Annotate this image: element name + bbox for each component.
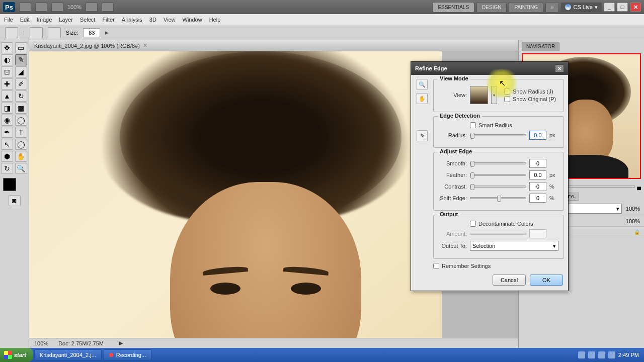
bridge-icon[interactable] <box>19 3 31 12</box>
status-arrow-icon[interactable]: ▶ <box>119 340 123 346</box>
refine-brush-icon[interactable]: ✎ <box>417 130 428 141</box>
taskbar-item-recording[interactable]: Recording... <box>104 349 151 360</box>
marquee-tool[interactable]: ▭ <box>15 42 27 53</box>
decontaminate-checkbox[interactable] <box>470 221 476 227</box>
zoom-display[interactable]: 100% <box>67 4 82 10</box>
canvas[interactable] <box>29 51 442 338</box>
menu-edit[interactable]: Edit <box>20 17 30 23</box>
minibridge-icon[interactable] <box>35 3 47 12</box>
menu-filter[interactable]: Filter <box>102 17 114 23</box>
quick-select-tool[interactable]: ✎ <box>15 54 27 65</box>
type-tool[interactable]: T <box>15 127 27 138</box>
shape-tool[interactable]: ◯ <box>15 139 27 150</box>
quickmask-tool[interactable]: ◙ <box>9 195 21 206</box>
heal-tool[interactable]: ✚ <box>1 78 13 89</box>
tray-icon[interactable] <box>598 351 605 358</box>
menu-window[interactable]: Window <box>183 17 202 23</box>
move-tool[interactable]: ✥ <box>1 42 13 53</box>
zoom-tool[interactable]: 🔍 <box>15 163 27 174</box>
workspace-painting[interactable]: PAINTING <box>509 2 543 13</box>
show-original-checkbox[interactable] <box>504 96 510 102</box>
dialog-title-bar[interactable]: Refine Edge ✕ <box>411 62 568 75</box>
lasso-tool[interactable]: ◐ <box>1 54 13 65</box>
menu-layer[interactable]: Layer <box>59 17 73 23</box>
dialog-close-button[interactable]: ✕ <box>555 64 564 72</box>
zoom-tool-icon[interactable]: 🔍 <box>417 79 428 90</box>
maximize-button[interactable]: □ <box>617 3 628 12</box>
document-tab[interactable]: Krisdayanti_2004_2.jpg @ 100% (RGB/8#) ✕ <box>29 40 518 51</box>
rotate-tool[interactable]: ↻ <box>1 163 13 174</box>
workspace-design[interactable]: DESIGN <box>476 2 507 13</box>
color-swatch[interactable] <box>1 178 28 191</box>
navigator-tab[interactable]: NAVIGATOR <box>522 42 559 51</box>
history-brush-tool[interactable]: ↻ <box>15 90 27 102</box>
workspace-essentials[interactable]: ESSENTIALS <box>432 2 474 13</box>
dodge-tool[interactable]: ◯ <box>15 115 27 126</box>
hand-tool[interactable]: ✋ <box>15 151 27 162</box>
stamp-tool[interactable]: ▲ <box>1 90 13 102</box>
brush-icon[interactable] <box>30 27 43 38</box>
tray-icon[interactable] <box>588 351 595 358</box>
menu-3d[interactable]: 3D <box>149 17 156 23</box>
3d-tool[interactable]: ⬢ <box>1 151 13 162</box>
menu-image[interactable]: Image <box>37 17 52 23</box>
size-stepper-icon[interactable]: ▶ <box>105 30 109 35</box>
system-tray: 2:49 PM <box>573 348 644 362</box>
brush-tool[interactable]: ✐ <box>15 78 27 89</box>
fill-value[interactable]: 100% <box>626 218 640 224</box>
contrast-input[interactable] <box>529 182 546 191</box>
path-tool[interactable]: ↖ <box>1 139 13 150</box>
clock[interactable]: 2:49 PM <box>618 352 639 358</box>
eraser-tool[interactable]: ◨ <box>1 103 13 114</box>
start-button[interactable]: start <box>0 348 33 362</box>
taskbar-item-photoshop[interactable]: Krisdayanti_2004_2.j... <box>34 349 102 360</box>
size-input[interactable] <box>83 28 100 37</box>
view-dropdown-icon[interactable]: ▾ <box>491 86 497 104</box>
menu-select[interactable]: Select <box>80 17 96 23</box>
gradient-tool[interactable]: ▦ <box>15 103 27 114</box>
radius-slider[interactable] <box>470 134 526 136</box>
minimize-button[interactable]: _ <box>604 3 615 12</box>
menu-analysis[interactable]: Analysis <box>122 17 142 23</box>
brush-alt-icon[interactable] <box>48 27 61 38</box>
menu-help[interactable]: Help <box>209 17 221 23</box>
shift-edge-slider[interactable] <box>470 197 526 199</box>
radius-input[interactable] <box>529 131 546 140</box>
output-to-select[interactable]: Selection▾ <box>470 241 558 251</box>
zoom-in-icon[interactable]: ▄ <box>637 184 641 190</box>
status-zoom[interactable]: 100% <box>34 340 48 346</box>
feather-slider[interactable] <box>470 174 526 176</box>
pen-tool[interactable]: ✒ <box>1 127 13 138</box>
smooth-slider[interactable] <box>470 162 526 164</box>
feather-input[interactable] <box>529 170 546 179</box>
ok-button[interactable]: OK <box>530 275 563 286</box>
view-thumbnail[interactable] <box>470 86 488 104</box>
remember-settings-checkbox[interactable] <box>433 263 439 269</box>
show-radius-checkbox[interactable] <box>504 88 510 95</box>
cancel-button[interactable]: Cancel <box>493 275 526 286</box>
contrast-slider[interactable] <box>470 186 526 188</box>
screen-mode-icon[interactable] <box>86 3 98 12</box>
workspace-more[interactable]: » <box>545 2 559 13</box>
shift-edge-input[interactable] <box>529 194 546 203</box>
opacity-value[interactable]: 100% <box>626 206 640 212</box>
close-tab-icon[interactable]: ✕ <box>143 42 147 49</box>
close-button[interactable]: ✕ <box>630 3 641 12</box>
adjust-edge-legend: Adjust Edge <box>438 148 474 154</box>
menu-file[interactable]: File <box>4 17 13 23</box>
cslive-button[interactable]: CS Live▾ <box>561 3 602 12</box>
tool-preset-icon[interactable] <box>5 27 18 38</box>
eyedropper-tool[interactable]: ◢ <box>15 66 27 77</box>
tray-icon[interactable] <box>608 351 615 358</box>
ps-logo: Ps <box>3 2 15 12</box>
tray-icon[interactable] <box>578 351 585 358</box>
smooth-input[interactable] <box>529 159 546 168</box>
arrange-icon[interactable] <box>51 3 63 12</box>
smart-radius-checkbox[interactable] <box>470 122 476 128</box>
crop-tool[interactable]: ⊡ <box>1 66 13 77</box>
status-doc-info[interactable]: Doc: 2.75M/2.75M <box>58 340 104 346</box>
menu-view[interactable]: View <box>164 17 176 23</box>
hand-tool-icon[interactable]: ✋ <box>417 93 428 104</box>
view-extras-icon[interactable] <box>102 3 114 12</box>
blur-tool[interactable]: ◉ <box>1 115 13 126</box>
